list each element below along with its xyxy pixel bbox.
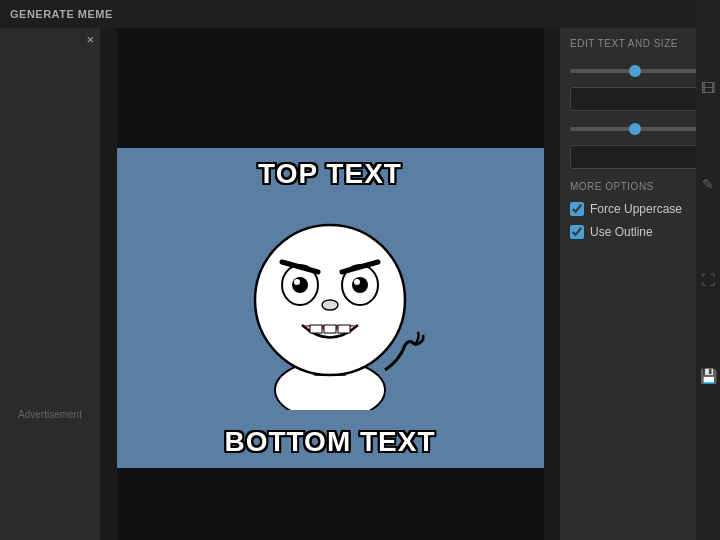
force-uppercase-row: Force Uppercase (570, 202, 710, 216)
bottom-text-size-slider-container (570, 117, 710, 135)
bottom-text-size-slider[interactable] (570, 127, 700, 131)
svg-point-5 (294, 279, 300, 285)
advertisement-label: Advertisement (18, 409, 82, 420)
edit-section-label: EDIT TEXT AND SIZE (570, 38, 710, 49)
top-text-input[interactable]: Top Text (570, 87, 700, 111)
use-outline-row: Use Outline (570, 225, 710, 239)
use-outline-checkbox[interactable] (570, 225, 584, 239)
use-outline-label: Use Outline (590, 225, 653, 239)
svg-rect-14 (338, 325, 350, 333)
save-icon[interactable]: 💾 (700, 368, 717, 384)
svg-point-11 (322, 300, 338, 310)
more-options-label: MORE OPTIONS (570, 181, 710, 192)
close-button[interactable]: × (86, 32, 94, 47)
canvas-area: TOP TEXT (100, 28, 560, 540)
resize-icon[interactable]: ⛶ (701, 272, 715, 288)
svg-rect-12 (310, 325, 322, 333)
main-layout: × Advertisement TOP TEXT (0, 28, 720, 540)
pencil-icon[interactable]: ✎ (702, 176, 714, 192)
meme-face-image (230, 190, 430, 410)
bottom-text-input[interactable]: Bottom Text (570, 145, 700, 169)
video-icon[interactable]: 🎞 (701, 80, 715, 96)
left-panel: × Advertisement (0, 28, 100, 540)
top-text-size-slider[interactable] (570, 69, 700, 73)
meme-canvas: TOP TEXT (117, 148, 544, 468)
svg-point-7 (352, 277, 368, 293)
svg-point-8 (354, 279, 360, 285)
meme-bottom-bg (117, 468, 544, 540)
svg-rect-13 (324, 325, 336, 333)
app-title: GENERATE MEME (10, 8, 113, 20)
top-text-size-slider-container (570, 59, 710, 77)
force-uppercase-label: Force Uppercase (590, 202, 682, 216)
meme-top-text: TOP TEXT (258, 158, 402, 190)
app-header: GENERATE MEME (0, 0, 720, 28)
svg-point-4 (292, 277, 308, 293)
force-uppercase-checkbox[interactable] (570, 202, 584, 216)
meme-bottom-text: BOTTOM TEXT (224, 426, 435, 458)
meme-top-bg (117, 28, 544, 148)
right-edge-icons: 🎞 ✎ ⛶ 💾 (696, 0, 720, 540)
